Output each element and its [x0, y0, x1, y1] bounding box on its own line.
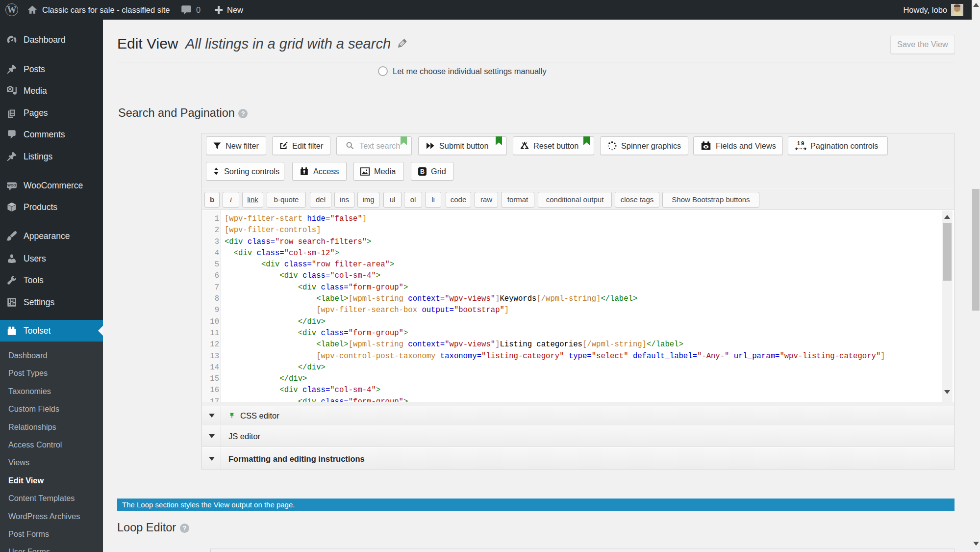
- svg-text:9: 9: [801, 140, 804, 146]
- svg-text:WOO: WOO: [7, 184, 16, 187]
- svg-text:1: 1: [797, 140, 801, 146]
- svg-text:B: B: [420, 168, 425, 175]
